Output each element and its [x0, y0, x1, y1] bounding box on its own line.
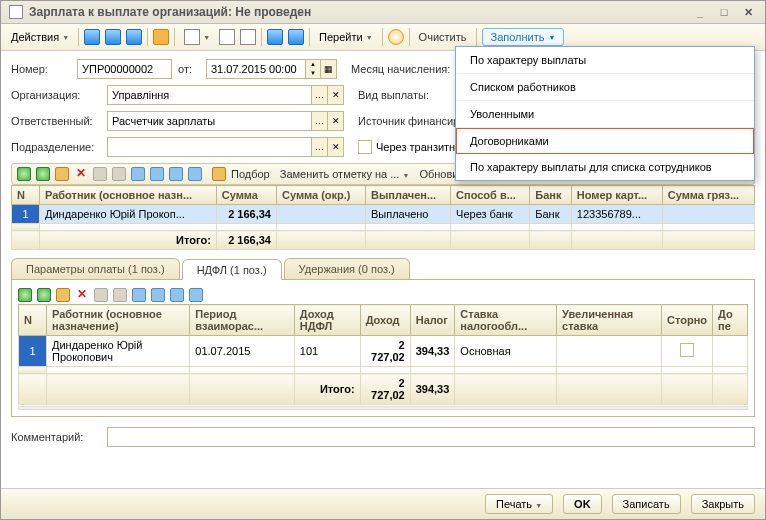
clear-button[interactable]: Очистить: [415, 29, 471, 45]
goto-button[interactable]: Перейти ▼: [315, 29, 377, 45]
toggle-icon[interactable]: [93, 167, 107, 181]
col-storno[interactable]: Сторно: [662, 305, 713, 336]
subdivision-clear-button[interactable]: ✕: [328, 137, 344, 157]
col-n[interactable]: N: [12, 186, 40, 205]
menu-item-dismissed[interactable]: Уволенными: [456, 101, 754, 128]
total-label: Итого:: [40, 231, 217, 250]
col-dirty[interactable]: Сумма гряз...: [662, 186, 754, 205]
refresh-icon[interactable]: [84, 29, 100, 45]
comment-input[interactable]: [107, 427, 755, 447]
number-input[interactable]: [77, 59, 172, 79]
org-clear-button[interactable]: ✕: [328, 85, 344, 105]
col-card[interactable]: Номер карт...: [571, 186, 662, 205]
down-icon[interactable]: [151, 288, 165, 302]
date-spinner[interactable]: ▲▼: [306, 59, 321, 79]
sort-asc-icon[interactable]: [169, 167, 183, 181]
delete-icon[interactable]: ✕: [74, 167, 88, 181]
col-pay-method[interactable]: Способ в...: [451, 186, 530, 205]
col-tax[interactable]: Налог: [410, 305, 455, 336]
list-icon[interactable]: [267, 29, 283, 45]
close-doc-button[interactable]: Закрыть: [691, 494, 755, 514]
selection-link[interactable]: Подбор: [231, 168, 270, 180]
responsible-select-button[interactable]: …: [312, 111, 328, 131]
total-tax: 394,33: [410, 374, 455, 405]
col-extra[interactable]: До пе: [713, 305, 748, 336]
toggle2-icon[interactable]: [112, 167, 126, 181]
close-button[interactable]: ✕: [739, 6, 757, 19]
toggle-icon[interactable]: [94, 288, 108, 302]
toggle2-icon[interactable]: [113, 288, 127, 302]
maximize-button[interactable]: □: [715, 6, 733, 18]
org-input[interactable]: [107, 85, 312, 105]
cell-extra: [713, 336, 748, 367]
edit-icon[interactable]: [56, 288, 70, 302]
fill-button[interactable]: Заполнить ▼: [482, 28, 565, 46]
org-label: Организация:: [11, 89, 101, 101]
horizontal-scrollbar[interactable]: [18, 406, 748, 410]
print-button[interactable]: Печать ▼: [485, 494, 553, 514]
selection-icon[interactable]: [212, 167, 226, 181]
col-sum-rounded[interactable]: Сумма (окр.): [276, 186, 365, 205]
page-dropdown[interactable]: ▼: [180, 27, 214, 47]
col-inc-rate[interactable]: Увеличенная ставка: [557, 305, 662, 336]
cell-tax-rate: Основная: [455, 336, 557, 367]
date-input[interactable]: [206, 59, 306, 79]
tab-payment-params[interactable]: Параметры оплаты (1 поз.): [11, 258, 180, 279]
hierarchy-icon[interactable]: [126, 29, 142, 45]
org-select-button[interactable]: …: [312, 85, 328, 105]
help-icon[interactable]: [388, 29, 404, 45]
storno-checkbox[interactable]: [680, 343, 694, 357]
subdivision-input[interactable]: [107, 137, 312, 157]
replace-mark-link[interactable]: Заменить отметку на ... ▼: [280, 168, 410, 180]
up-icon[interactable]: [132, 288, 146, 302]
subdivision-select-button[interactable]: …: [312, 137, 328, 157]
page2-icon[interactable]: [219, 29, 235, 45]
post-icon[interactable]: [153, 29, 169, 45]
tab-deductions[interactable]: Удержания (0 поз.): [284, 258, 410, 279]
page3-icon[interactable]: [240, 29, 256, 45]
repost-icon[interactable]: [105, 29, 121, 45]
col-worker[interactable]: Работник (основное назначение): [47, 305, 190, 336]
down-icon[interactable]: [150, 167, 164, 181]
col-income[interactable]: Доход: [360, 305, 410, 336]
cell-worker: Диндаренко Юрій Прокопович: [47, 336, 190, 367]
col-paid[interactable]: Выплачен...: [365, 186, 450, 205]
table-row[interactable]: 1 Диндаренко Юрій Прокоп... 2 166,34 Вып…: [12, 205, 755, 224]
sort-desc-icon[interactable]: [189, 288, 203, 302]
col-worker[interactable]: Работник (основное назн...: [40, 186, 217, 205]
menu-item-contractors[interactable]: Договорниками: [456, 128, 754, 154]
responsible-clear-button[interactable]: ✕: [328, 111, 344, 131]
sort-desc-icon[interactable]: [188, 167, 202, 181]
sort-asc-icon[interactable]: [170, 288, 184, 302]
col-bank[interactable]: Банк: [530, 186, 572, 205]
actions-label: Действия: [11, 31, 59, 43]
document-icon: [9, 5, 23, 19]
col-period[interactable]: Период взаиморас...: [190, 305, 295, 336]
delete-icon[interactable]: ✕: [75, 288, 89, 302]
table-row[interactable]: 1 Диндаренко Юрій Прокопович 01.07.2015 …: [19, 336, 748, 367]
menu-item-nature-for-list[interactable]: По характеру выплаты для списка сотрудни…: [456, 154, 754, 180]
responsible-input[interactable]: [107, 111, 312, 131]
table-icon[interactable]: [288, 29, 304, 45]
ok-button[interactable]: OK: [563, 494, 602, 514]
add-row-icon[interactable]: [17, 167, 31, 181]
save-button[interactable]: Записать: [612, 494, 681, 514]
col-sum[interactable]: Сумма: [216, 186, 276, 205]
cell-storno: [662, 336, 713, 367]
transit-checkbox[interactable]: [358, 140, 372, 154]
tab-ndfl[interactable]: НДФЛ (1 поз.): [182, 259, 282, 280]
date-calendar-button[interactable]: ▦: [321, 59, 337, 79]
col-n[interactable]: N: [19, 305, 47, 336]
add-row-icon[interactable]: [18, 288, 32, 302]
edit-icon[interactable]: [55, 167, 69, 181]
actions-button[interactable]: Действия ▼: [7, 29, 73, 45]
minimize-button[interactable]: _: [691, 6, 709, 18]
cell-income-ndfl: 101: [294, 336, 360, 367]
col-income-ndfl[interactable]: Доход НДФЛ: [294, 305, 360, 336]
menu-item-by-worker-list[interactable]: Списком работников: [456, 74, 754, 101]
col-tax-rate[interactable]: Ставка налогообл...: [455, 305, 557, 336]
up-icon[interactable]: [131, 167, 145, 181]
add-copy-icon[interactable]: [37, 288, 51, 302]
menu-item-by-payment-nature[interactable]: По характеру выплаты: [456, 47, 754, 74]
add-copy-icon[interactable]: [36, 167, 50, 181]
